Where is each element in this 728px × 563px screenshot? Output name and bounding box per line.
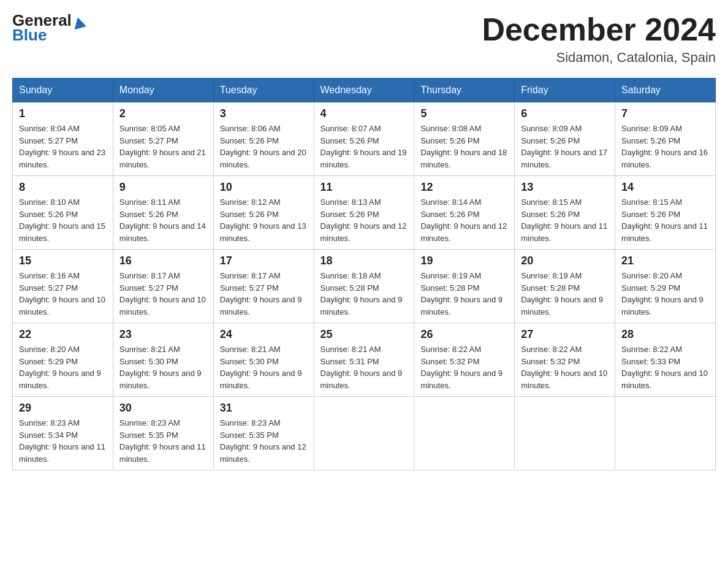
day-info: Sunrise: 8:11 AMSunset: 5:26 PMDaylight:…	[119, 196, 207, 244]
day-info: Sunrise: 8:18 AMSunset: 5:28 PMDaylight:…	[320, 270, 408, 318]
calendar-week-row: 29Sunrise: 8:23 AMSunset: 5:34 PMDayligh…	[13, 397, 716, 470]
day-info: Sunrise: 8:05 AMSunset: 5:27 PMDaylight:…	[119, 123, 207, 170]
weekday-header-tuesday: Tuesday	[213, 79, 314, 102]
day-info: Sunrise: 8:15 AMSunset: 5:26 PMDaylight:…	[621, 196, 709, 244]
day-number: 27	[521, 328, 609, 341]
day-info: Sunrise: 8:21 AMSunset: 5:31 PMDaylight:…	[320, 343, 408, 391]
day-number: 6	[521, 107, 609, 120]
day-info: Sunrise: 8:19 AMSunset: 5:28 PMDaylight:…	[420, 270, 508, 318]
calendar-cell: 14Sunrise: 8:15 AMSunset: 5:26 PMDayligh…	[615, 176, 716, 250]
calendar-cell: 6Sunrise: 8:09 AMSunset: 5:26 PMDaylight…	[515, 102, 615, 176]
day-number: 18	[320, 255, 408, 267]
calendar-table: SundayMondayTuesdayWednesdayThursdayFrid…	[12, 78, 716, 470]
day-number: 20	[521, 255, 609, 267]
day-number: 23	[119, 328, 207, 341]
day-number: 17	[220, 255, 308, 267]
day-number: 28	[621, 328, 709, 341]
day-number: 30	[119, 402, 207, 415]
calendar-cell: 18Sunrise: 8:18 AMSunset: 5:28 PMDayligh…	[314, 250, 414, 323]
day-info: Sunrise: 8:22 AMSunset: 5:32 PMDaylight:…	[521, 343, 609, 391]
weekday-header-friday: Friday	[515, 79, 615, 102]
day-info: Sunrise: 8:20 AMSunset: 5:29 PMDaylight:…	[19, 343, 107, 391]
day-number: 10	[220, 181, 308, 194]
day-number: 4	[320, 107, 408, 120]
calendar-cell: 12Sunrise: 8:14 AMSunset: 5:26 PMDayligh…	[414, 176, 515, 250]
calendar-cell: 31Sunrise: 8:23 AMSunset: 5:35 PMDayligh…	[213, 397, 314, 470]
day-info: Sunrise: 8:21 AMSunset: 5:30 PMDaylight:…	[220, 343, 308, 391]
day-info: Sunrise: 8:16 AMSunset: 5:27 PMDaylight:…	[19, 270, 107, 318]
day-number: 24	[220, 328, 308, 341]
day-number: 11	[320, 181, 408, 194]
page-header: General Blue December 2024 Sidamon, Cata…	[12, 12, 716, 66]
calendar-cell: 21Sunrise: 8:20 AMSunset: 5:29 PMDayligh…	[615, 250, 716, 323]
day-number: 26	[420, 328, 508, 341]
day-number: 8	[19, 181, 107, 194]
calendar-cell: 28Sunrise: 8:22 AMSunset: 5:33 PMDayligh…	[615, 323, 716, 397]
calendar-cell: 27Sunrise: 8:22 AMSunset: 5:32 PMDayligh…	[515, 323, 615, 397]
calendar-cell	[314, 397, 414, 470]
calendar-cell: 7Sunrise: 8:09 AMSunset: 5:26 PMDaylight…	[615, 102, 716, 176]
calendar-week-row: 1Sunrise: 8:04 AMSunset: 5:27 PMDaylight…	[13, 102, 716, 176]
calendar-cell: 19Sunrise: 8:19 AMSunset: 5:28 PMDayligh…	[414, 250, 515, 323]
day-info: Sunrise: 8:09 AMSunset: 5:26 PMDaylight:…	[621, 123, 709, 170]
calendar-week-row: 22Sunrise: 8:20 AMSunset: 5:29 PMDayligh…	[13, 323, 716, 397]
day-info: Sunrise: 8:22 AMSunset: 5:33 PMDaylight:…	[621, 343, 709, 391]
calendar-cell: 2Sunrise: 8:05 AMSunset: 5:27 PMDaylight…	[113, 102, 213, 176]
calendar-cell: 26Sunrise: 8:22 AMSunset: 5:32 PMDayligh…	[414, 323, 515, 397]
calendar-cell: 5Sunrise: 8:08 AMSunset: 5:26 PMDaylight…	[414, 102, 515, 176]
location-title: Sidamon, Catalonia, Spain	[482, 50, 716, 66]
day-number: 7	[621, 107, 709, 120]
day-info: Sunrise: 8:20 AMSunset: 5:29 PMDaylight:…	[621, 270, 709, 318]
day-info: Sunrise: 8:08 AMSunset: 5:26 PMDaylight:…	[420, 123, 508, 170]
day-info: Sunrise: 8:13 AMSunset: 5:26 PMDaylight:…	[320, 196, 408, 244]
day-info: Sunrise: 8:17 AMSunset: 5:27 PMDaylight:…	[220, 270, 308, 318]
calendar-cell: 22Sunrise: 8:20 AMSunset: 5:29 PMDayligh…	[13, 323, 113, 397]
calendar-cell: 8Sunrise: 8:10 AMSunset: 5:26 PMDaylight…	[13, 176, 113, 250]
day-info: Sunrise: 8:21 AMSunset: 5:30 PMDaylight:…	[119, 343, 207, 391]
day-info: Sunrise: 8:14 AMSunset: 5:26 PMDaylight:…	[420, 196, 508, 244]
calendar-cell: 3Sunrise: 8:06 AMSunset: 5:26 PMDaylight…	[213, 102, 314, 176]
day-number: 15	[19, 255, 107, 267]
day-number: 13	[521, 181, 609, 194]
calendar-cell: 30Sunrise: 8:23 AMSunset: 5:35 PMDayligh…	[113, 397, 213, 470]
calendar-cell	[414, 397, 515, 470]
day-info: Sunrise: 8:15 AMSunset: 5:26 PMDaylight:…	[521, 196, 609, 244]
weekday-header-row: SundayMondayTuesdayWednesdayThursdayFrid…	[13, 79, 716, 102]
day-number: 1	[19, 107, 107, 120]
month-title: December 2024	[482, 12, 716, 47]
calendar-week-row: 15Sunrise: 8:16 AMSunset: 5:27 PMDayligh…	[13, 250, 716, 323]
day-info: Sunrise: 8:06 AMSunset: 5:26 PMDaylight:…	[220, 123, 308, 170]
calendar-cell: 16Sunrise: 8:17 AMSunset: 5:27 PMDayligh…	[113, 250, 213, 323]
title-section: December 2024 Sidamon, Catalonia, Spain	[482, 12, 716, 66]
day-number: 14	[621, 181, 709, 194]
day-info: Sunrise: 8:04 AMSunset: 5:27 PMDaylight:…	[19, 123, 107, 170]
calendar-cell: 4Sunrise: 8:07 AMSunset: 5:26 PMDaylight…	[314, 102, 414, 176]
calendar-cell: 17Sunrise: 8:17 AMSunset: 5:27 PMDayligh…	[213, 250, 314, 323]
calendar-cell: 9Sunrise: 8:11 AMSunset: 5:26 PMDaylight…	[113, 176, 213, 250]
day-info: Sunrise: 8:17 AMSunset: 5:27 PMDaylight:…	[119, 270, 207, 318]
calendar-cell: 1Sunrise: 8:04 AMSunset: 5:27 PMDaylight…	[13, 102, 113, 176]
day-number: 16	[119, 255, 207, 267]
day-number: 2	[119, 107, 207, 120]
day-info: Sunrise: 8:23 AMSunset: 5:35 PMDaylight:…	[220, 417, 308, 465]
calendar-week-row: 8Sunrise: 8:10 AMSunset: 5:26 PMDaylight…	[13, 176, 716, 250]
day-info: Sunrise: 8:22 AMSunset: 5:32 PMDaylight:…	[420, 343, 508, 391]
calendar-cell: 25Sunrise: 8:21 AMSunset: 5:31 PMDayligh…	[314, 323, 414, 397]
weekday-header-sunday: Sunday	[13, 79, 113, 102]
logo: General Blue	[12, 12, 85, 45]
day-info: Sunrise: 8:10 AMSunset: 5:26 PMDaylight:…	[19, 196, 107, 244]
calendar-cell: 29Sunrise: 8:23 AMSunset: 5:34 PMDayligh…	[13, 397, 113, 470]
weekday-header-thursday: Thursday	[414, 79, 515, 102]
calendar-cell: 23Sunrise: 8:21 AMSunset: 5:30 PMDayligh…	[113, 323, 213, 397]
day-info: Sunrise: 8:23 AMSunset: 5:34 PMDaylight:…	[19, 417, 107, 465]
day-number: 29	[19, 402, 107, 415]
day-info: Sunrise: 8:19 AMSunset: 5:28 PMDaylight:…	[521, 270, 609, 318]
weekday-header-wednesday: Wednesday	[314, 79, 414, 102]
calendar-cell: 11Sunrise: 8:13 AMSunset: 5:26 PMDayligh…	[314, 176, 414, 250]
calendar-cell	[615, 397, 716, 470]
day-info: Sunrise: 8:07 AMSunset: 5:26 PMDaylight:…	[320, 123, 408, 170]
logo-blue-text: Blue	[12, 26, 47, 45]
calendar-cell	[515, 397, 615, 470]
day-number: 22	[19, 328, 107, 341]
day-number: 12	[420, 181, 508, 194]
